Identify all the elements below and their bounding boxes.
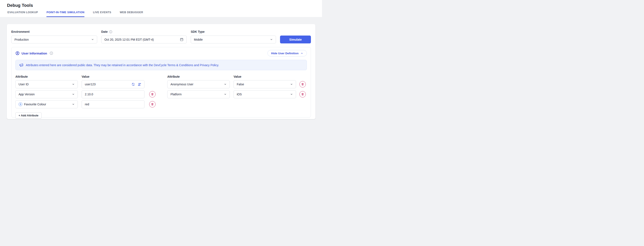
attribute-header: Attribute: [167, 75, 230, 78]
user-information-title: User Information: [22, 51, 47, 55]
value-select-platform[interactable]: iOS: [234, 90, 296, 98]
chevron-down-icon: [72, 103, 74, 106]
tab-web-debugger[interactable]: WEB DEBUGGER: [120, 11, 143, 17]
tab-evaluation-lookup[interactable]: EVALUATION LOOKUP: [8, 11, 38, 17]
date-value: Oct 20, 2025 12:01 PM EDT (GMT-4): [104, 38, 180, 41]
attribute-select-value: App Version: [18, 93, 70, 96]
attribute-select-anonymous-user[interactable]: Anonymous User: [167, 80, 230, 88]
page-header: Debug Tools EVALUATION LOOKUP POINT-IN-T…: [0, 0, 322, 17]
trash-icon: [301, 83, 304, 86]
megaphone-icon: [19, 63, 24, 67]
public-data-notice: Attributes entered here are considered p…: [15, 60, 307, 70]
attribute-select-value: User ID: [18, 83, 70, 86]
value-header: Value: [234, 75, 296, 78]
attribute-select-favourite-colour[interactable]: S Favourite Colour: [15, 100, 78, 108]
attribute-select-value: Anonymous User: [170, 83, 222, 86]
public-data-notice-text: Attributes entered here are considered p…: [26, 63, 219, 67]
sdk-type-value: Mobile: [194, 38, 270, 41]
tab-point-in-time-simulation[interactable]: POINT-IN-TIME SIMULATION: [46, 11, 84, 17]
attribute-select-user-id[interactable]: User ID: [15, 80, 78, 88]
calendar-icon[interactable]: [180, 38, 184, 41]
value-input-user-id[interactable]: user123: [82, 80, 144, 88]
value-select-text: iOS: [237, 93, 288, 96]
refresh-icon[interactable]: [132, 83, 135, 86]
sdk-type-select[interactable]: Mobile: [191, 35, 276, 43]
date-input[interactable]: Oct 20, 2025 12:01 PM EDT (GMT-4): [101, 35, 187, 43]
environment-select[interactable]: Production: [11, 35, 97, 43]
attribute-select-value: Favourite Colour: [24, 103, 70, 106]
add-attribute-button[interactable]: + Add Attribute: [15, 112, 42, 119]
trash-icon: [151, 103, 154, 106]
chevron-down-icon: [72, 93, 74, 96]
date-control: Date Oct 20, 2025 12:01 PM EDT (GMT-4): [101, 30, 187, 43]
chevron-down-icon: [91, 38, 94, 41]
attribute-header: Attribute: [15, 75, 78, 78]
user-add-icon[interactable]: [138, 83, 141, 86]
user-circle-icon: [15, 51, 20, 55]
simulation-controls-row: Environment Production Date Oct 20, 2025: [11, 30, 311, 43]
info-icon[interactable]: [50, 51, 53, 55]
chevron-down-icon: [290, 83, 293, 86]
value-input-app-version[interactable]: 2.10.0: [82, 90, 144, 98]
trash-icon: [151, 93, 154, 96]
value-select-anonymous-user[interactable]: False: [234, 80, 296, 88]
sdk-type-label: SDK Type: [191, 30, 276, 33]
chevron-down-icon: [72, 83, 74, 86]
tab-bar: EVALUATION LOOKUP POINT-IN-TIME SIMULATI…: [0, 11, 322, 17]
delete-attribute-button[interactable]: [300, 91, 306, 97]
delete-attribute-button[interactable]: [149, 91, 156, 97]
page-title: Debug Tools: [0, 3, 322, 11]
value-header: Value: [82, 75, 144, 78]
hide-user-definition-button[interactable]: Hide User Definition: [268, 50, 307, 56]
sdk-type-control: SDK Type Mobile: [191, 30, 276, 43]
environment-label: Environment: [11, 30, 97, 33]
tab-live-events[interactable]: LIVE EVENTS: [93, 11, 111, 17]
value-input-text: 2.10.0: [85, 93, 141, 96]
trash-icon: [301, 93, 304, 96]
environment-control: Environment Production: [11, 30, 97, 43]
chevron-down-icon: [270, 38, 273, 41]
value-input-text: user123: [85, 83, 130, 86]
hide-user-definition-label: Hide User Definition: [271, 52, 298, 55]
attribute-select-app-version[interactable]: App Version: [15, 90, 78, 98]
attribute-row-1: User ID user123: [15, 80, 307, 88]
value-input-text: red: [85, 103, 141, 106]
string-type-badge-icon: S: [18, 102, 22, 106]
user-information-section: User Information Hide User Definition: [11, 47, 311, 117]
attribute-column-headers: Attribute Value Attribute Value: [15, 75, 307, 78]
value-select-text: False: [237, 83, 288, 86]
attribute-row-2: App Version 2.10.0 Platform: [15, 90, 307, 98]
info-icon[interactable]: [109, 30, 112, 33]
chevron-down-icon: [290, 93, 293, 96]
attribute-select-value: Platform: [170, 93, 222, 96]
date-label: Date: [101, 30, 108, 33]
chevron-up-icon: [300, 52, 303, 55]
user-information-header: User Information Hide User Definition: [15, 50, 307, 56]
simulate-button[interactable]: Simulate: [280, 35, 311, 43]
attribute-row-3: S Favourite Colour red: [15, 100, 307, 108]
main-content: Environment Production Date Oct 20, 2025: [0, 17, 322, 119]
environment-value: Production: [14, 38, 91, 41]
attribute-select-platform[interactable]: Platform: [167, 90, 230, 98]
delete-attribute-button[interactable]: [300, 81, 306, 87]
simulation-card: Environment Production Date Oct 20, 2025: [7, 24, 316, 119]
delete-attribute-button[interactable]: [149, 101, 156, 107]
chevron-down-icon: [224, 93, 226, 96]
chevron-down-icon: [224, 83, 226, 86]
value-input-favourite-colour[interactable]: red: [82, 100, 144, 108]
